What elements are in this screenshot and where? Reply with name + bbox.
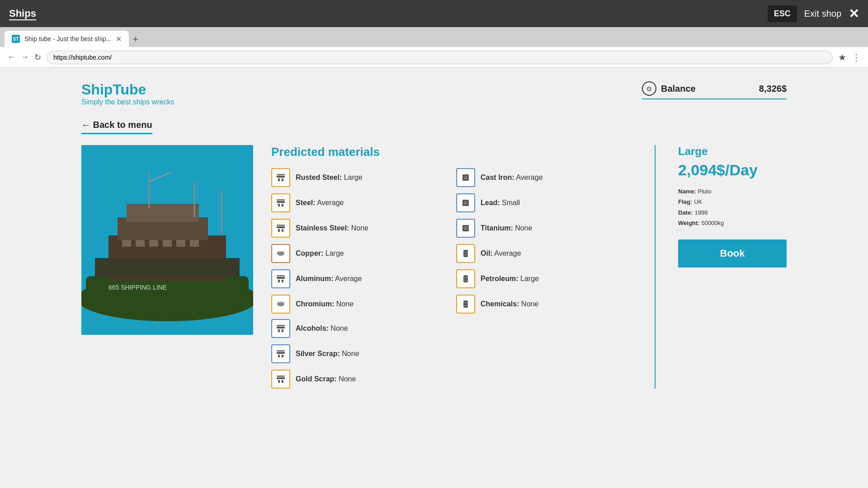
material-name-cast-iron: Cast Iron: Average <box>481 174 543 182</box>
balance-section: ⊙ Balance 8,326$ <box>642 81 787 99</box>
balance-label: Balance <box>661 84 696 94</box>
list-item: Chemicals: None <box>456 295 632 314</box>
material-icon-alcohols <box>271 319 290 338</box>
page-content: ShipTube Simply the best ships wrecks ⊙ … <box>0 68 868 488</box>
material-name-rusted-steel: Rusted Steel: Large <box>296 174 363 182</box>
svg-rect-40 <box>464 201 467 205</box>
svg-rect-5 <box>122 240 131 247</box>
svg-rect-43 <box>463 250 468 257</box>
material-name-petroleum: Petroleum: Large <box>481 275 539 283</box>
material-name-chemicals: Chemicals: None <box>481 300 538 308</box>
svg-rect-44 <box>463 252 468 253</box>
svg-rect-53 <box>277 325 285 326</box>
material-name-chromium: Chromium: None <box>296 300 354 308</box>
svg-rect-21 <box>277 201 285 203</box>
ship-name-row: Name: Pluto <box>678 186 787 197</box>
page-header: ShipTube Simply the best ships wrecks ⊙ … <box>81 81 787 106</box>
svg-rect-6 <box>136 240 145 247</box>
material-icon-titanium <box>456 219 475 238</box>
svg-rect-20 <box>282 178 283 181</box>
list-item: Stainless Steel: None <box>271 219 447 238</box>
svg-rect-54 <box>278 329 280 332</box>
svg-rect-4 <box>127 204 199 222</box>
ship-flag-value: UK <box>694 197 702 207</box>
browser-menu-icon[interactable]: ⋮ <box>852 52 861 63</box>
ship-flag-label: Flag: <box>678 197 692 207</box>
material-icon-steel <box>271 193 290 212</box>
svg-text:665 SHIPPING LINE: 665 SHIPPING LINE <box>108 284 167 291</box>
balance-amount: 8,326$ <box>759 84 787 94</box>
materials-right-column: Cast Iron: Average Lead: Small <box>456 168 632 314</box>
ship-date-value: 1998 <box>695 207 708 218</box>
material-name-silver-scrap: Silver Scrap: None <box>296 350 359 358</box>
esc-button[interactable]: ESC <box>768 5 797 22</box>
ship-weight-row: Weight: 50000kg <box>678 218 787 228</box>
address-bar: ← → ↻ ★ ⋮ <box>0 47 868 68</box>
ship-weight-label: Weight: <box>678 218 699 228</box>
svg-rect-15 <box>95 258 240 276</box>
material-icon-cast-iron <box>456 168 475 187</box>
exit-shop-link[interactable]: Exit shop <box>804 9 841 19</box>
material-icon-chromium <box>271 295 290 314</box>
svg-rect-10 <box>190 240 199 247</box>
ship-name-value: Pluto <box>698 186 712 197</box>
material-icon-lead <box>456 193 475 212</box>
list-item: Copper: Large <box>271 244 447 263</box>
ship-details: Name: Pluto Flag: UK Date: 1998 Weight: … <box>678 186 787 229</box>
svg-rect-57 <box>277 350 285 352</box>
svg-rect-49 <box>463 300 468 308</box>
materials-bottom: Alcohols: None Silver Scrap: None Gold S… <box>271 319 632 389</box>
svg-rect-31 <box>277 277 285 279</box>
browser-controls: ESC Exit shop ✕ <box>768 5 859 22</box>
section-divider <box>655 145 656 389</box>
main-layout: 665 SHIPPING LINE Predicted materials Ru… <box>81 145 787 389</box>
svg-rect-33 <box>278 280 280 282</box>
list-item: Petroleum: Large <box>456 269 632 288</box>
svg-rect-28 <box>282 229 283 232</box>
svg-rect-62 <box>278 380 280 383</box>
material-name-aluminum: Aluminum: Average <box>296 275 362 283</box>
material-name-copper: Copper: Large <box>296 249 344 258</box>
back-to-menu-button[interactable]: ← Back to menu <box>81 120 152 134</box>
tab-title: Ship tube - Just the best ship... <box>24 35 111 42</box>
material-name-alcohols: Alcohols: None <box>296 324 348 333</box>
new-tab-button[interactable]: + <box>132 33 138 45</box>
material-icon-silver-scrap <box>271 344 290 363</box>
ship-size-badge: Large <box>678 145 787 158</box>
svg-rect-8 <box>163 240 172 247</box>
url-input[interactable] <box>47 51 833 64</box>
forward-nav-button[interactable]: → <box>21 52 29 62</box>
svg-rect-30 <box>277 252 284 253</box>
svg-rect-36 <box>277 302 284 303</box>
list-item: Chromium: None <box>271 295 447 314</box>
back-nav-button[interactable]: ← <box>7 52 15 62</box>
svg-rect-9 <box>176 240 185 247</box>
svg-rect-63 <box>282 380 283 383</box>
svg-rect-19 <box>278 178 280 181</box>
app-title: Ships <box>9 8 36 19</box>
svg-rect-17 <box>277 176 285 178</box>
svg-rect-55 <box>282 329 283 332</box>
browser-titlebar: Ships ESC Exit shop ✕ <box>0 0 868 27</box>
list-item: Gold Scrap: None <box>271 370 632 389</box>
list-item: Steel: Average <box>271 193 447 212</box>
svg-rect-25 <box>277 226 285 228</box>
ship-date-row: Date: 1998 <box>678 207 787 218</box>
ship-price: 2,094$/Day <box>678 161 787 179</box>
material-icon-rusted-steel <box>271 168 290 187</box>
materials-left-column: Rusted Steel: Large Steel: Average <box>271 168 447 314</box>
list-item: Aluminum: Average <box>271 269 447 288</box>
bookmark-icon[interactable]: ★ <box>838 52 846 63</box>
refresh-nav-button[interactable]: ↻ <box>34 52 41 62</box>
svg-rect-18 <box>277 174 285 175</box>
tab-close-button[interactable]: ✕ <box>116 35 122 43</box>
book-button[interactable]: Book <box>678 239 787 267</box>
svg-rect-52 <box>277 327 285 328</box>
svg-rect-59 <box>282 355 283 357</box>
svg-rect-26 <box>277 225 285 226</box>
browser-tab[interactable]: ST Ship tube - Just the best ship... ✕ <box>5 31 129 47</box>
close-button[interactable]: ✕ <box>849 6 859 21</box>
material-icon-stainless-steel <box>271 219 290 238</box>
material-icon-gold-scrap <box>271 370 290 389</box>
material-icon-petroleum <box>456 269 475 288</box>
